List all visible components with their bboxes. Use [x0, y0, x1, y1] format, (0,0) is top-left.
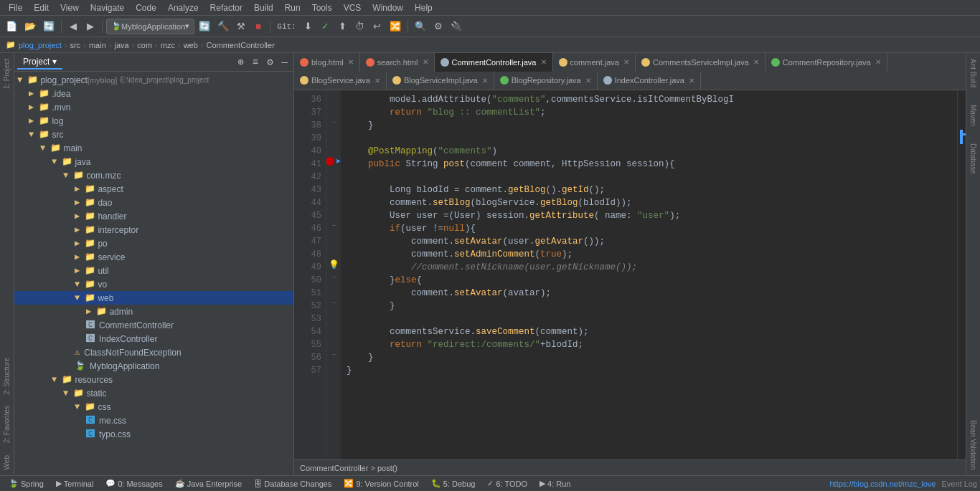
- vertical-tab-structure[interactable]: 2: Structure: [1, 352, 12, 401]
- tree-main[interactable]: ▼ 📁 main: [14, 141, 293, 155]
- tab-blog-html[interactable]: blog.html ✕: [294, 53, 360, 72]
- tab-search-html[interactable]: search.html ✕: [360, 53, 435, 72]
- git-update-button[interactable]: ⬇: [301, 19, 316, 34]
- git-push-button[interactable]: ⬆: [335, 19, 351, 34]
- code-content[interactable]: model.addAttribute("comments",commentsSe…: [341, 90, 957, 459]
- tree-com-mzc[interactable]: ▼ 📁 com.mzc: [14, 168, 293, 182]
- bottom-version-control[interactable]: 🔀 9: Version Control: [338, 477, 424, 490]
- build-project-button[interactable]: ⚒: [233, 19, 249, 34]
- build-button[interactable]: 🔨: [215, 19, 232, 34]
- bottom-messages[interactable]: 💬 0: Messages: [100, 477, 168, 490]
- bottom-run[interactable]: ▶ 4: Run: [534, 477, 576, 490]
- event-log[interactable]: Event Log: [941, 480, 977, 488]
- tree-resources[interactable]: ▼ 📁 resources: [14, 373, 293, 386]
- vertical-tab-bean-validation[interactable]: Bean Validation: [968, 414, 979, 475]
- menu-tools[interactable]: Tools: [306, 0, 338, 15]
- tab-comment-repository[interactable]: CommentRepository.java ✕: [765, 53, 887, 72]
- open-button[interactable]: 📂: [22, 19, 39, 34]
- settings-button[interactable]: ⚙: [430, 19, 446, 34]
- sidebar-icon-settings[interactable]: ⚙: [264, 54, 275, 70]
- menu-run[interactable]: Run: [279, 0, 306, 15]
- vertical-tab-ant-build[interactable]: Ant Build: [968, 53, 979, 93]
- tab-close-comment-repository[interactable]: ✕: [875, 58, 881, 66]
- vertical-tab-database[interactable]: Database: [968, 138, 979, 180]
- tab-close-blog-html[interactable]: ✕: [348, 58, 354, 66]
- vertical-tab-web[interactable]: Web: [1, 449, 12, 475]
- bottom-java-enterprise[interactable]: ☕ Java Enterprise: [169, 477, 248, 490]
- breadcrumb-main[interactable]: main: [89, 41, 106, 49]
- git-ok-button[interactable]: ✓: [318, 19, 334, 34]
- plugins-button[interactable]: 🔌: [448, 19, 465, 34]
- tree-util[interactable]: ▶ 📁 util: [14, 264, 293, 277]
- fold-icon-38[interactable]: −: [331, 119, 336, 127]
- tree-service[interactable]: ▶ 📁 service: [14, 250, 293, 264]
- tab-index-controller[interactable]: IndexController.java ✕: [598, 72, 701, 90]
- tab-close-comment-java[interactable]: ✕: [623, 58, 629, 66]
- bottom-terminal[interactable]: ▶ Terminal: [50, 477, 100, 490]
- menu-help[interactable]: Help: [409, 0, 438, 15]
- tree-me-css[interactable]: 🅲 me.css: [14, 414, 293, 427]
- sidebar-tab-project[interactable]: Project ▾: [17, 55, 62, 70]
- status-url[interactable]: https://blog.csdn.net/mzc_love: [829, 480, 936, 488]
- sync-button[interactable]: 🔄: [40, 19, 57, 34]
- tab-close-search-html[interactable]: ✕: [423, 58, 428, 66]
- breadcrumb-item-project[interactable]: 📁: [6, 40, 16, 49]
- bottom-debug[interactable]: 🐛 5: Debug: [425, 477, 481, 490]
- tree-typo-css[interactable]: 🅲 typo.css: [14, 427, 293, 441]
- menu-file[interactable]: File: [3, 0, 28, 15]
- tree-css[interactable]: ▼ 📁 css: [14, 400, 293, 414]
- tree-myblog-app[interactable]: 🍃 MyblogApplication: [14, 359, 293, 373]
- tab-blog-repository[interactable]: BlogRepository.java ✕: [494, 72, 598, 90]
- git-branch-button[interactable]: 🔀: [387, 19, 404, 34]
- git-revert-button[interactable]: ↩: [369, 19, 385, 34]
- back-button[interactable]: ◀: [65, 19, 81, 34]
- bottom-spring[interactable]: 🍃 Spring: [3, 477, 50, 490]
- tab-blog-service-impl[interactable]: BlogServiceImpl.java ✕: [387, 72, 494, 90]
- menu-analyze[interactable]: Analyze: [162, 0, 204, 15]
- run-config-dropdown[interactable]: 🍃 MyblogApplication ▾: [106, 19, 194, 34]
- tree-mvn[interactable]: ▶ 📁 .mvn: [14, 100, 293, 114]
- sidebar-icon-scroll[interactable]: ≡: [250, 55, 261, 70]
- tree-dao[interactable]: ▶ 📁 dao: [14, 196, 293, 209]
- bottom-database-changes[interactable]: 🗄 Database Changes: [248, 478, 337, 490]
- tree-java[interactable]: ▼ 📁 java: [14, 155, 293, 168]
- menu-code[interactable]: Code: [130, 0, 162, 15]
- menu-build[interactable]: Build: [248, 0, 279, 15]
- tree-src[interactable]: ▼ 📁 src: [14, 128, 293, 141]
- fold-icon-50[interactable]: −: [331, 274, 336, 282]
- breadcrumb-controller[interactable]: CommentController: [206, 41, 274, 49]
- tree-web[interactable]: ▼ 📁 web: [14, 291, 293, 305]
- tree-class-not-found[interactable]: ⚠ ClassNotFoundException: [14, 345, 293, 359]
- tree-interceptor[interactable]: ▶ 📁 interceptor: [14, 223, 293, 237]
- tab-close-blog-repository[interactable]: ✕: [585, 77, 591, 85]
- vertical-tab-maven[interactable]: Maven: [968, 99, 979, 132]
- find-button[interactable]: 🔍: [412, 19, 429, 34]
- tab-close-comments-service-impl[interactable]: ✕: [753, 58, 759, 66]
- fold-icon-56[interactable]: −: [331, 351, 336, 359]
- breadcrumb-java[interactable]: java: [114, 41, 128, 49]
- tree-idea[interactable]: ▶ 📁 .idea: [14, 87, 293, 100]
- menu-view[interactable]: View: [55, 0, 85, 15]
- forward-button[interactable]: ▶: [83, 19, 98, 34]
- sidebar-icon-locate[interactable]: ⊕: [235, 54, 246, 70]
- breadcrumb-com[interactable]: com: [137, 41, 152, 49]
- breakpoint-41[interactable]: [326, 157, 334, 166]
- tab-close-blog-service-impl[interactable]: ✕: [482, 77, 488, 85]
- menu-window[interactable]: Window: [367, 0, 409, 15]
- tab-comment-java[interactable]: comment.java ✕: [553, 53, 636, 72]
- sidebar-icon-close[interactable]: —: [279, 55, 291, 70]
- tree-handler[interactable]: ▶ 📁 handler: [14, 209, 293, 223]
- tree-root[interactable]: ▼ 📁 plog_project [myblog] E:\idea_projec…: [14, 73, 293, 87]
- tree-comment-controller[interactable]: 🅲 CommentController: [14, 318, 293, 332]
- tree-static[interactable]: ▼ 📁 static: [14, 386, 293, 400]
- tab-comments-service-impl[interactable]: CommentsServiceImpl.java ✕: [636, 53, 765, 72]
- tree-index-controller[interactable]: 🅲 IndexController: [14, 332, 293, 345]
- breadcrumb-src[interactable]: src: [70, 41, 81, 49]
- vertical-tab-favorites[interactable]: 2: Favorites: [1, 400, 12, 449]
- vertical-tab-project[interactable]: 1: Project: [1, 53, 12, 95]
- tab-close-comment-controller[interactable]: ✕: [541, 58, 547, 66]
- tab-blog-service[interactable]: BlogService.java ✕: [294, 72, 387, 90]
- tab-close-blog-service[interactable]: ✕: [374, 77, 380, 85]
- menu-navigate[interactable]: Navigate: [85, 0, 130, 15]
- tree-log[interactable]: ▶ 📁 log: [14, 114, 293, 128]
